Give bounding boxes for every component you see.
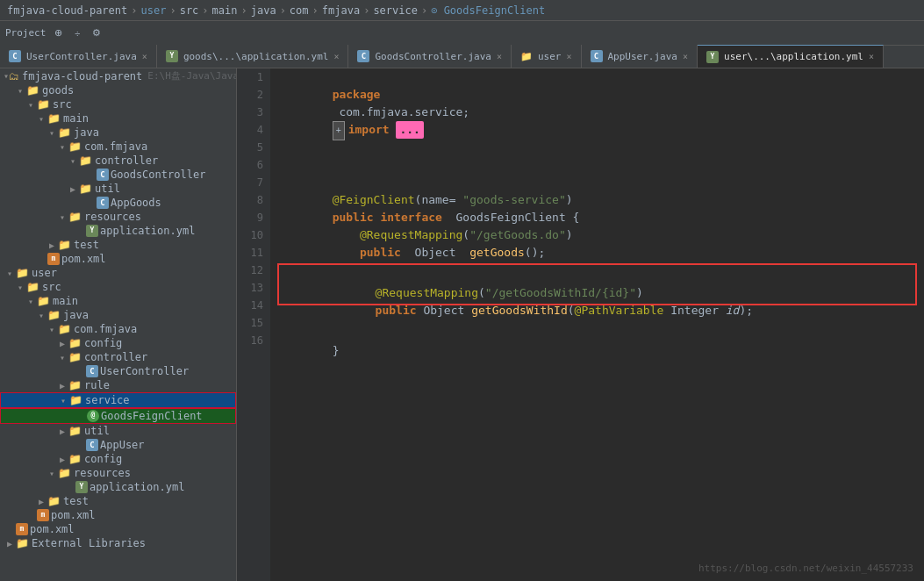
line-numbers: 1 2 3 4 5 6 7 8 9 10 11 12 13 14 15 16 bbox=[237, 68, 270, 581]
folder-icon: 📁 bbox=[520, 51, 533, 62]
tree-item-root[interactable]: ▾ 🗂 fmjava-cloud-parent E:\H盘-Java\Java\… bbox=[0, 68, 236, 83]
java-file-icon: C bbox=[591, 50, 603, 62]
tree-item-resources-goods[interactable]: ▾ 📁 resources bbox=[0, 210, 236, 224]
tree-item-pom-root[interactable]: m pom.xml bbox=[0, 522, 236, 536]
tree-item-src-user[interactable]: ▾ 📁 src bbox=[0, 280, 236, 294]
code-line-3: +import ... bbox=[277, 104, 917, 121]
folder-icon: 📁 bbox=[68, 453, 82, 465]
tree-item-label: AppGoods bbox=[111, 197, 161, 209]
breadcrumb-item[interactable]: fmjava-cloud-parent bbox=[7, 4, 127, 17]
tree-item-usercontroller[interactable]: C UserController bbox=[0, 364, 236, 378]
class-icon: C bbox=[86, 439, 98, 451]
tree-item-test-user[interactable]: ▶ 📁 test bbox=[0, 494, 236, 508]
tree-item-appuser[interactable]: C AppUser bbox=[0, 438, 236, 452]
breadcrumb-sep: › bbox=[280, 4, 286, 17]
line-num-4: 4 bbox=[244, 121, 263, 139]
tree-item-controller-goods[interactable]: ▾ 📁 controller bbox=[0, 154, 236, 168]
tree-item-comfmjava-goods[interactable]: ▾ 📁 com.fmjava bbox=[0, 140, 236, 154]
tree-item-label: goods bbox=[42, 84, 74, 97]
close-icon[interactable]: × bbox=[142, 52, 147, 61]
xml-icon: m bbox=[16, 523, 28, 535]
tree-item-label: java bbox=[74, 126, 99, 139]
breadcrumb-user[interactable]: user bbox=[141, 4, 167, 17]
breadcrumb-src[interactable]: src bbox=[180, 4, 199, 17]
breadcrumb-file[interactable]: ⊙ GoodsFeignClient bbox=[431, 4, 545, 17]
tree-item-main-user[interactable]: ▾ 📁 main bbox=[0, 294, 236, 308]
toolbar-collapse-btn[interactable]: ÷ bbox=[71, 26, 83, 40]
tab-label: user\...\application.yml bbox=[724, 51, 863, 62]
folder-icon: 📁 bbox=[69, 394, 82, 406]
arrow-icon: ▶ bbox=[4, 539, 16, 549]
tree-item-user[interactable]: ▾ 📁 user bbox=[0, 266, 236, 280]
tree-item-test-goods[interactable]: ▶ 📁 test bbox=[0, 238, 236, 252]
close-icon[interactable]: × bbox=[869, 52, 874, 61]
close-icon[interactable]: × bbox=[333, 52, 339, 61]
tree-item-controller-user[interactable]: ▾ 📁 controller bbox=[0, 350, 236, 364]
tree-item-resources-user[interactable]: ▾ 📁 resources bbox=[0, 466, 236, 480]
line-num-2: 2 bbox=[244, 86, 263, 104]
tree-item-label: application.yml bbox=[100, 225, 195, 237]
tree-item-goods[interactable]: ▾ 📁 goods bbox=[0, 83, 236, 97]
tree-item-comfmjava-user[interactable]: ▾ 📁 com.fmjava bbox=[0, 322, 236, 336]
tree-item-label: pom.xml bbox=[61, 253, 106, 265]
code-line-16 bbox=[277, 342, 917, 360]
code-line-10: public Object getGoods(); bbox=[277, 226, 917, 244]
toolbar-settings-btn[interactable]: ⚙ bbox=[89, 25, 104, 40]
tree-item-java-goods[interactable]: ▾ 📁 java bbox=[0, 126, 236, 140]
tab-user-application[interactable]: Y user\...\application.yml × bbox=[698, 45, 884, 68]
arrow-icon: ▾ bbox=[46, 128, 58, 138]
toolbar-expand-btn[interactable]: ⊕ bbox=[51, 25, 66, 40]
toolbar-project-label: Project bbox=[5, 27, 46, 39]
line-num-3: 3 bbox=[244, 104, 263, 121]
tree-item-goodsfeignclient[interactable]: @ GoodsFeignClient bbox=[0, 408, 236, 424]
tree-item-src-goods[interactable]: ▾ 📁 src bbox=[0, 97, 236, 111]
tree-item-config-user[interactable]: ▶ 📁 config bbox=[0, 336, 236, 350]
tree-item-label: rule bbox=[84, 379, 110, 391]
tree-item-pom-user[interactable]: m pom.xml bbox=[0, 508, 236, 522]
tree-item-goodscontroller[interactable]: ▾ C GoodsController bbox=[0, 168, 236, 182]
breadcrumb-main[interactable]: main bbox=[212, 4, 238, 17]
arrow-icon: ▶ bbox=[46, 240, 58, 250]
tree-item-java-user[interactable]: ▾ 📁 java bbox=[0, 308, 236, 322]
breadcrumb-fmjava[interactable]: fmjava bbox=[322, 4, 360, 17]
code-line-5 bbox=[277, 139, 917, 156]
tab-user[interactable]: 📁 user × bbox=[512, 45, 582, 68]
code-editor[interactable]: 1 2 3 4 5 6 7 8 9 10 11 12 13 14 15 16 p… bbox=[237, 68, 924, 581]
xml-icon: m bbox=[47, 253, 60, 265]
tab-label: GoodsController.java bbox=[375, 51, 491, 62]
tree-item-application-user[interactable]: Y application.yml bbox=[0, 480, 236, 494]
code-line-1: package com.fmjava.service; bbox=[277, 68, 917, 86]
tree-item-application-goods[interactable]: Y application.yml bbox=[0, 224, 236, 238]
tab-user-controller[interactable]: C UserController.java × bbox=[0, 45, 157, 68]
tree-item-rule-user[interactable]: ▶ 📁 rule bbox=[0, 378, 236, 392]
tree-item-label: UserController bbox=[100, 365, 189, 377]
code-line-7: @FeignClient(name= "goods-service") bbox=[277, 174, 917, 191]
close-icon[interactable]: × bbox=[566, 52, 571, 61]
tree-item-service-user[interactable]: ▾ 📁 service bbox=[0, 392, 236, 408]
tree-item-appgoods[interactable]: C AppGoods bbox=[0, 196, 236, 210]
breadcrumb-com[interactable]: com bbox=[290, 4, 309, 17]
tab-goods-application[interactable]: Y goods\...\application.yml × bbox=[157, 45, 349, 68]
tree-item-pom-goods[interactable]: m pom.xml bbox=[0, 252, 236, 266]
breadcrumb-service[interactable]: service bbox=[373, 4, 418, 17]
tab-appuser[interactable]: C AppUser.java × bbox=[582, 45, 698, 68]
tree-item-util-goods[interactable]: ▶ 📁 util bbox=[0, 182, 236, 196]
class-icon: C bbox=[86, 365, 98, 377]
close-icon[interactable]: × bbox=[497, 52, 502, 61]
tree-item-config2-user[interactable]: ▶ 📁 config bbox=[0, 452, 236, 466]
tree-item-main-goods[interactable]: ▾ 📁 main bbox=[0, 111, 236, 126]
code-line-13: public Object getGoodsWithId(@PathVariab… bbox=[279, 284, 915, 302]
tree-item-label: config bbox=[84, 453, 122, 465]
line-num-6: 6 bbox=[244, 156, 263, 174]
arrow-icon: ▾ bbox=[67, 156, 79, 166]
arrow-icon: ▾ bbox=[56, 353, 68, 362]
tree-item-label: GoodsFeignClient bbox=[101, 410, 203, 422]
tree-item-label: test bbox=[74, 239, 99, 251]
breadcrumb-java[interactable]: java bbox=[251, 4, 276, 17]
tree-item-external-libs[interactable]: ▶ 📁 External Libraries bbox=[0, 536, 236, 550]
tree-item-util-user[interactable]: ▶ 📁 util bbox=[0, 424, 236, 438]
tab-goods-controller[interactable]: C GoodsController.java × bbox=[348, 45, 511, 68]
close-icon[interactable]: × bbox=[683, 52, 688, 61]
code-content: package com.fmjava.service; +import ... … bbox=[270, 68, 924, 581]
tree-item-label: main bbox=[63, 112, 89, 125]
